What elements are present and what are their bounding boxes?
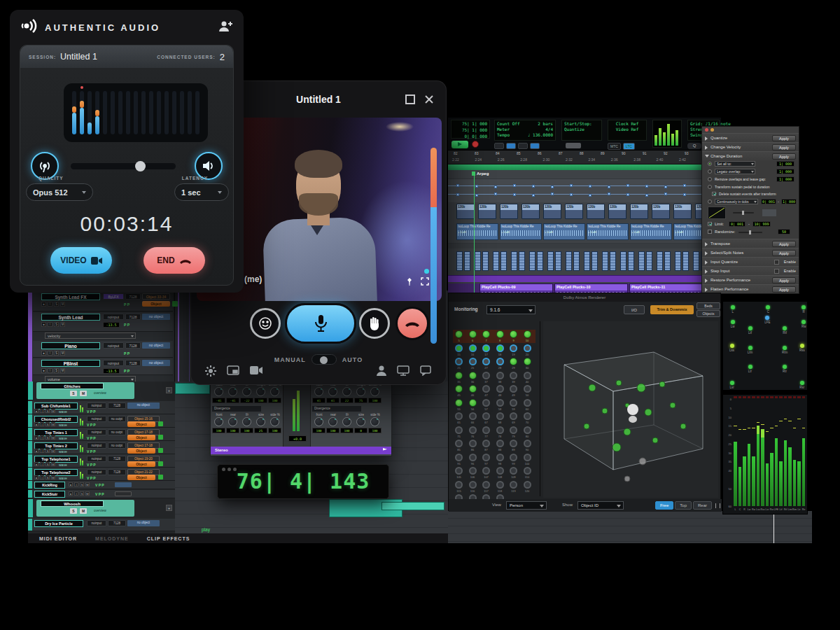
track-button[interactable]: I: [40, 475, 44, 479]
object-cell[interactable]: 88: [494, 439, 507, 452]
clip-120b[interactable]: 120b: [608, 204, 626, 219]
object-cell[interactable]: 59: [507, 398, 521, 412]
object-cell[interactable]: 39: [507, 371, 521, 384]
maximize-icon[interactable]: [405, 94, 415, 104]
clip-pair[interactable]: [657, 251, 672, 271]
apply-button[interactable]: Apply: [772, 277, 796, 284]
object-cell[interactable]: 116: [467, 480, 480, 493]
object-cell[interactable]: 35: [453, 371, 466, 384]
object-button[interactable]: Object: [127, 448, 155, 454]
io-chip[interactable]: noinput: [87, 402, 106, 409]
object-cell[interactable]: 58: [494, 398, 507, 412]
quantize-q-button[interactable]: Q: [687, 143, 701, 149]
track-name[interactable]: Piano: [41, 342, 100, 349]
set-all-value[interactable]: 1| 000: [776, 161, 794, 167]
object-cell[interactable]: 50: [522, 384, 535, 398]
track-button[interactable]: S: [46, 435, 50, 440]
mtc-button[interactable]: MTC: [608, 143, 621, 150]
object-cell[interactable]: 77: [480, 426, 493, 439]
io-chip[interactable]: noinput: [103, 342, 124, 349]
track-button[interactable]: ●: [34, 462, 38, 466]
track-button[interactable]: ●: [41, 302, 46, 307]
set-all-dropdown[interactable]: Set all to:: [715, 161, 755, 167]
clip-pair[interactable]: [620, 251, 636, 271]
apply-button[interactable]: Apply: [772, 250, 796, 256]
add-lane-button[interactable]: +: [166, 505, 172, 511]
cont-to[interactable]: 1| 000: [781, 199, 797, 204]
beds-button[interactable]: Beds: [696, 302, 720, 309]
track-button[interactable]: M: [60, 302, 65, 307]
lane-selector[interactable]: velocity: [45, 332, 136, 339]
chat-icon[interactable]: [420, 365, 432, 379]
out-chip[interactable]: 7128: [125, 293, 141, 300]
object-cell[interactable]: 79: [507, 426, 521, 439]
beds-objects-buttons[interactable]: Beds Objects: [696, 302, 720, 318]
clip-120b[interactable]: 120b: [565, 204, 583, 219]
object-cell[interactable]: 106: [467, 466, 480, 479]
track-button[interactable]: S: [54, 302, 59, 307]
track-name[interactable]: Synth Lead FX: [41, 293, 100, 300]
object-cell[interactable]: 27: [480, 357, 493, 370]
clip-pair[interactable]: [493, 251, 508, 271]
object-cell[interactable]: 5: [453, 330, 466, 343]
pin-icon[interactable]: [405, 276, 414, 288]
group-name[interactable]: Glitches: [41, 383, 104, 389]
expand-view-icon[interactable]: [715, 503, 720, 508]
clip-pair[interactable]: [566, 251, 581, 271]
object-cell[interactable]: 100: [522, 453, 535, 466]
radio-set-all[interactable]: [708, 162, 712, 166]
io-chip[interactable]: noinput: [103, 360, 124, 366]
add-user-icon[interactable]: [218, 20, 232, 34]
panner-knob-rear[interactable]: [328, 387, 337, 396]
panner-knob-height[interactable]: [356, 387, 365, 396]
track-button[interactable]: ●: [34, 409, 38, 413]
out-chip[interactable]: 7128: [108, 469, 126, 475]
object-cell[interactable]: 29: [507, 357, 521, 370]
panner-knob-fr[interactable]: [242, 417, 251, 426]
panner-knob-front[interactable]: [214, 417, 223, 426]
panner-knob-center[interactable]: [270, 387, 279, 396]
tempo-display[interactable]: Count Off2 bars Meter4/4 Tempo♩ 136.0000: [494, 120, 556, 141]
track-header[interactable]: PBInstnoinput7128no object●ISM-13.5P P: [33, 358, 173, 375]
track-button[interactable]: ●: [69, 491, 73, 496]
panner-knob-size[interactable]: [356, 417, 365, 426]
mute-button[interactable]: M: [80, 391, 87, 396]
object-cell[interactable]: 105: [453, 466, 466, 479]
track-button[interactable]: M: [51, 475, 55, 479]
track-row[interactable]: Top Telephone2noinput7128Object 21-22●IS…: [28, 468, 175, 481]
latency-dropdown[interactable]: 1 sec: [174, 183, 229, 201]
monitoring-dropdown[interactable]: 9.1.6: [486, 305, 536, 314]
track-button[interactable]: ●: [69, 482, 73, 486]
track-button[interactable]: M: [85, 491, 90, 496]
object-cell[interactable]: 30: [522, 357, 535, 370]
video-button[interactable]: VIDEO: [50, 247, 112, 274]
clip-pair[interactable]: [529, 251, 545, 271]
view-button-free[interactable]: Free: [655, 501, 673, 510]
clip-120b[interactable]: 120b: [652, 204, 670, 219]
clip-pair[interactable]: [475, 251, 490, 271]
track-button[interactable]: S: [80, 491, 84, 496]
object-cell[interactable]: 96: [467, 453, 480, 466]
legato-dropdown[interactable]: Legato overlap:: [715, 169, 755, 174]
track-button[interactable]: ●: [34, 422, 38, 426]
panner-knob-height[interactable]: [256, 387, 265, 396]
out-chip[interactable]: 7128: [125, 314, 141, 320]
object-chip[interactable]: no object: [142, 342, 170, 349]
track-button[interactable]: I: [40, 409, 44, 413]
event-op-row[interactable]: Input QuantizeEnable: [702, 257, 799, 266]
clip-pair[interactable]: [638, 251, 654, 271]
clip-120b[interactable]: 120b: [500, 204, 518, 219]
object-cell[interactable]: 66: [467, 412, 480, 425]
panner-knob-rear[interactable]: [328, 417, 337, 426]
quality-dropdown[interactable]: Opus 512: [26, 183, 93, 201]
add-lane-button[interactable]: +: [166, 387, 172, 393]
object-button[interactable]: Object: [127, 461, 155, 467]
object-cell[interactable]: 55: [453, 398, 466, 412]
track-button[interactable]: S: [46, 449, 50, 453]
track-row[interactable]: Top Tinies 1noinputno outptObject 17-18●…: [28, 428, 175, 441]
clip-120b[interactable]: 120b: [456, 204, 475, 219]
window-controls[interactable]: [705, 128, 714, 132]
object-chip[interactable]: Object 33-34: [142, 293, 170, 300]
objects-button[interactable]: Objects: [696, 310, 720, 317]
object-cell[interactable]: 85: [453, 439, 466, 452]
